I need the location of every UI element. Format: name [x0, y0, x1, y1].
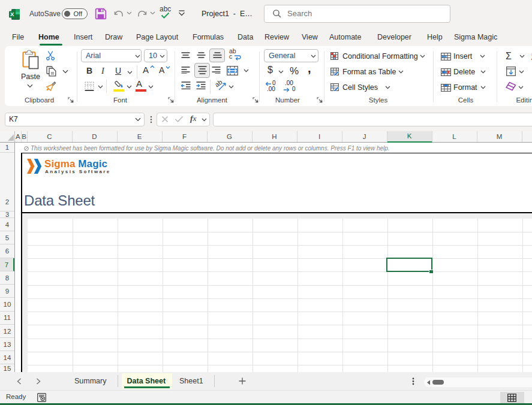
svg-text:X: X: [10, 11, 14, 17]
